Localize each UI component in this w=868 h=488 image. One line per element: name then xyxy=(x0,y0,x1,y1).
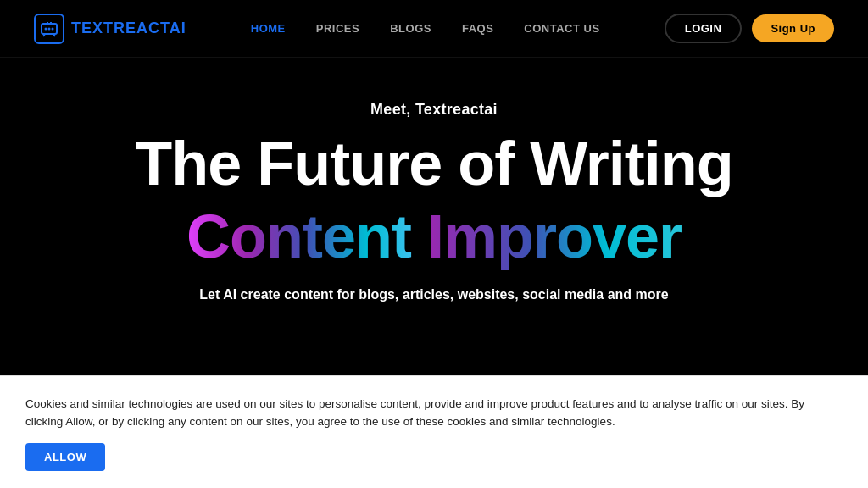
nav-contact[interactable]: CONTACT US xyxy=(524,22,599,35)
signup-button[interactable]: Sign Up xyxy=(752,14,834,42)
nav-faqs[interactable]: FAQS xyxy=(462,22,493,35)
svg-point-3 xyxy=(52,27,54,30)
nav-actions: LOGIN Sign Up xyxy=(665,14,834,43)
hero-gradient-improver: Improver xyxy=(427,202,682,270)
brand-name: TEXTREACTAI xyxy=(71,19,186,37)
nav-prices[interactable]: PRICES xyxy=(316,22,359,35)
hero-subtitle: Meet, Textreactai xyxy=(370,101,498,119)
login-button[interactable]: LOGIN xyxy=(665,14,743,43)
svg-point-2 xyxy=(48,27,51,30)
allow-button[interactable]: ALLOW xyxy=(25,443,105,471)
logo[interactable]: TEXTREACTAI xyxy=(34,14,186,44)
hero-description: Let AI create content for blogs, article… xyxy=(199,287,668,302)
svg-point-1 xyxy=(45,27,47,30)
hero-gradient-content: Content xyxy=(186,202,427,270)
hero-section: Meet, Textreactai The Future of Writing … xyxy=(0,58,868,337)
nav-home[interactable]: HOME xyxy=(251,22,286,35)
nav-links: HOME PRICES BLOGS FAQS CONTACT US xyxy=(251,22,600,35)
cookie-text: Cookies and similar technologies are use… xyxy=(25,395,843,431)
nav-blogs[interactable]: BLOGS xyxy=(390,22,431,35)
hero-title-line2: Content Improver xyxy=(186,203,682,270)
cookie-banner: Cookies and similar technologies are use… xyxy=(0,375,868,488)
logo-icon xyxy=(34,14,64,44)
hero-title-line1: The Future of Writing xyxy=(135,132,733,197)
navbar: TEXTREACTAI HOME PRICES BLOGS FAQS CONTA… xyxy=(0,0,868,58)
